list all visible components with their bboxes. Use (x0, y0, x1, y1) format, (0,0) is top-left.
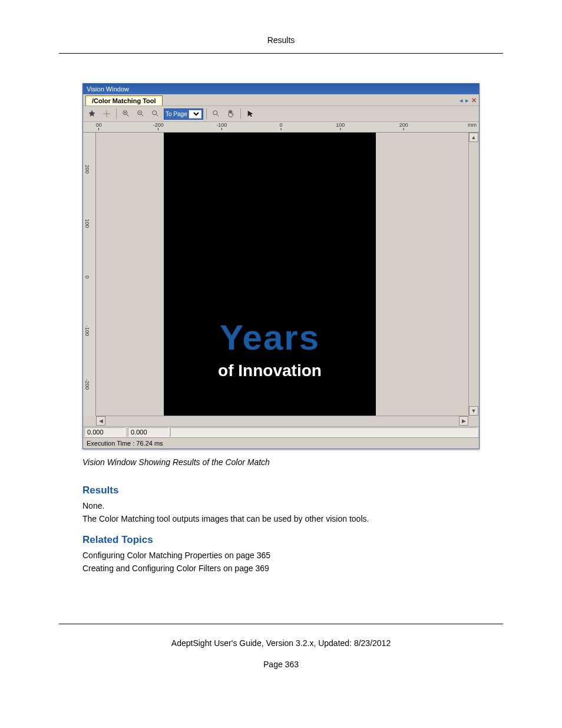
ruler-y-tick: 100 (84, 219, 90, 228)
execution-time-bar: Execution Time : 76.24 ms (83, 437, 479, 449)
vision-window: Vision Window /Color Matching Tool ◂ ▸ ✕ (82, 83, 480, 449)
scroll-left-icon[interactable]: ◀ (96, 416, 105, 426)
coord-x: 0.000 (84, 427, 125, 437)
ruler-x-tick: 0 (279, 122, 282, 130)
related-heading: Related Topics (82, 534, 480, 546)
window-title: Vision Window (87, 85, 129, 93)
zoom-out-icon[interactable] (134, 108, 147, 120)
hand-icon[interactable] (224, 108, 237, 120)
crosshair-icon[interactable] (100, 108, 113, 120)
page-number: Page 363 (59, 660, 503, 669)
results-heading: Results (82, 485, 480, 496)
toolbar-sep-3 (240, 108, 241, 119)
result-image: Years of Innovation (164, 133, 376, 416)
to-page-label: To Page (166, 111, 187, 117)
figure-caption: Vision Window Showing Results of the Col… (82, 457, 480, 467)
tab-color-matching[interactable]: /Color Matching Tool (85, 95, 163, 106)
related-link-2[interactable]: Creating and Configuring Color Filters o… (82, 564, 480, 573)
ruler-horizontal: 00 -200 -100 0 100 200 mm (83, 122, 479, 133)
execution-time: Execution Time : 76.24 ms (87, 440, 163, 447)
zoom-reset-icon[interactable] (149, 108, 162, 120)
toolbar-sep-2 (206, 108, 207, 119)
scroll-up-icon[interactable]: ▲ (469, 133, 478, 142)
image-text-innovation: of Innovation (218, 361, 322, 380)
page-footer: AdeptSight User's Guide, Version 3.2.x, … (59, 624, 503, 669)
horizontal-scrollbar[interactable]: ◀ ▶ (96, 416, 468, 426)
toolbar-sep (116, 108, 117, 119)
ruler-x-tick: 00 (96, 122, 102, 130)
window-title-bar: Vision Window (83, 84, 479, 94)
to-page-dropdown[interactable]: To Page (164, 108, 203, 120)
ruler-x-tick: -100 (216, 122, 227, 130)
ruler-y-tick: -100 (84, 325, 90, 336)
coord-y: 0.000 (128, 427, 169, 437)
to-page-select[interactable] (189, 110, 201, 118)
tab-controls: ◂ ▸ ✕ (459, 97, 477, 104)
svg-point-3 (213, 111, 217, 115)
scroll-right-icon[interactable]: ▶ (459, 416, 468, 426)
tab-row: /Color Matching Tool ◂ ▸ ✕ (83, 94, 479, 106)
tab-prev-icon[interactable]: ◂ (459, 97, 463, 104)
svg-point-2 (153, 111, 157, 115)
ruler-y-tick: 200 (84, 165, 90, 174)
pin-icon[interactable] (85, 108, 98, 120)
results-note: The Color Matching tool outputs images t… (82, 514, 480, 523)
ruler-vertical: 200 100 0 -100 -200 (83, 133, 96, 416)
coord-rest (170, 427, 478, 437)
related-link-1[interactable]: Configuring Color Matching Properties on… (82, 551, 480, 560)
ruler-x-tick: 100 (336, 122, 345, 130)
vertical-scrollbar[interactable]: ▲ ▼ (468, 133, 479, 416)
zoom-in-icon[interactable] (120, 108, 133, 120)
page-header: Results (59, 0, 503, 54)
image-text-years: Years (220, 317, 320, 358)
ruler-x-tick: -200 (153, 122, 164, 130)
coords-bar: 0.000 0.000 (83, 426, 479, 437)
tab-next-icon[interactable]: ▸ (465, 97, 469, 104)
ruler-y-tick: -200 (84, 379, 90, 390)
main-content: Vision Window /Color Matching Tool ◂ ▸ ✕ (0, 54, 562, 594)
ruler-x-unit: mm (468, 122, 477, 128)
scroll-down-icon[interactable]: ▼ (469, 406, 478, 416)
ruler-y-tick: 0 (84, 275, 90, 278)
header-title: Results (267, 35, 295, 45)
results-body: None. (82, 501, 480, 510)
pointer-icon[interactable] (244, 108, 257, 120)
zoom-icon[interactable] (210, 108, 223, 120)
footer-line: AdeptSight User's Guide, Version 3.2.x, … (59, 638, 503, 648)
canvas-viewport[interactable]: Years of Innovation (96, 133, 468, 416)
viewer-toolbar: To Page (83, 106, 479, 122)
tab-close-icon[interactable]: ✕ (471, 97, 477, 104)
view-wrap: 200 100 0 -100 -200 Years of Innovation … (83, 133, 479, 416)
ruler-x-tick: 200 (399, 122, 408, 130)
